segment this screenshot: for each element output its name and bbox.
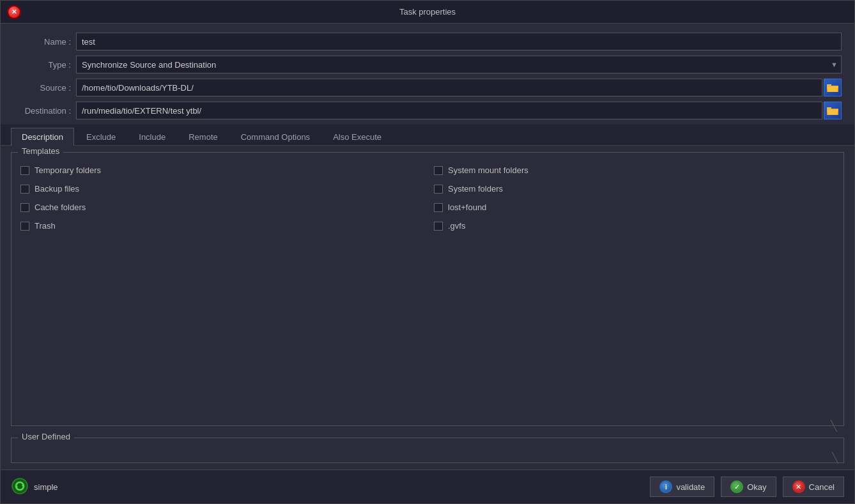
- type-select[interactable]: Synchronize Source and Destination Copy …: [76, 56, 842, 73]
- bottom-right: i validate ✓ Okay ✕ Cancel: [650, 477, 844, 497]
- name-row: Name :: [13, 33, 842, 50]
- bottom-left: simple: [11, 477, 58, 497]
- checkbox-label-trash: Trash: [35, 221, 56, 231]
- checkbox-label-gvfs: .gvfs: [448, 221, 465, 231]
- templates-corner-decoration: ╲: [831, 420, 837, 432]
- name-label: Name :: [13, 37, 71, 47]
- dialog-window: ✕ Task properties Name : Type : Synchron…: [0, 0, 855, 504]
- tab-also-execute[interactable]: Also Execute: [322, 128, 392, 146]
- destination-row: Destination :: [13, 102, 842, 119]
- checkbox-cache-folders[interactable]: [20, 203, 29, 212]
- tab-exclude[interactable]: Exclude: [75, 128, 127, 146]
- close-button[interactable]: ✕: [7, 5, 21, 19]
- checkbox-backup-files[interactable]: [20, 185, 29, 194]
- bottom-bar: simple i validate ✓ Okay ✕ Cancel: [1, 470, 854, 503]
- okay-label: Okay: [747, 482, 766, 492]
- validate-button[interactable]: i validate: [650, 477, 714, 497]
- checkbox-item-system-folders[interactable]: System folders: [434, 184, 835, 194]
- checkbox-system-mount-folders[interactable]: [434, 166, 443, 175]
- mode-icon: [11, 477, 29, 497]
- destination-folder-icon: [827, 106, 838, 115]
- source-row: Source :: [13, 79, 842, 96]
- checkbox-item-temporary-folders[interactable]: Temporary folders: [20, 165, 421, 175]
- checkbox-lost-found[interactable]: [434, 203, 443, 212]
- type-label: Type :: [13, 60, 71, 70]
- okay-button[interactable]: ✓ Okay: [721, 477, 776, 497]
- form-area: Name : Type : Synchronize Source and Des…: [1, 24, 854, 125]
- user-defined-group: User Defined ╲: [11, 438, 844, 463]
- checkbox-label-system-folders: System folders: [448, 184, 503, 194]
- user-defined-title: User Defined: [18, 432, 74, 441]
- checkbox-label-backup-files: Backup files: [35, 184, 79, 194]
- source-input[interactable]: [76, 79, 822, 96]
- checkbox-label-temporary-folders: Temporary folders: [35, 165, 101, 175]
- okay-icon: ✓: [730, 480, 743, 493]
- checkbox-item-gvfs[interactable]: .gvfs: [434, 221, 835, 231]
- tab-include[interactable]: Include: [128, 128, 176, 146]
- destination-input[interactable]: [76, 102, 822, 119]
- svg-point-6: [12, 478, 27, 494]
- destination-input-wrapper: [76, 102, 842, 119]
- cancel-label: Cancel: [809, 482, 835, 492]
- checkbox-item-cache-folders[interactable]: Cache folders: [20, 202, 421, 212]
- tab-command-options[interactable]: Command Options: [230, 128, 321, 146]
- user-defined-corner-decoration: ╲: [832, 452, 838, 464]
- destination-label: Destination :: [13, 106, 71, 116]
- checkbox-label-system-mount-folders: System mount folders: [448, 165, 528, 175]
- source-label: Source :: [13, 83, 71, 93]
- type-row: Type : Synchronize Source and Destinatio…: [13, 56, 842, 73]
- templates-title: Templates: [18, 146, 63, 156]
- checkbox-label-cache-folders: Cache folders: [35, 202, 86, 212]
- checkbox-label-lost-found: lost+found: [448, 202, 486, 212]
- templates-group: Templates Temporary folders System mount…: [11, 152, 844, 426]
- refresh-icon: [11, 477, 29, 495]
- destination-browse-button[interactable]: [824, 102, 842, 119]
- title-bar: ✕ Task properties: [1, 1, 854, 24]
- checkbox-trash[interactable]: [20, 222, 29, 231]
- tabs-bar: Description Exclude Include Remote Comma…: [1, 125, 854, 146]
- checkbox-item-lost-found[interactable]: lost+found: [434, 202, 835, 212]
- source-input-wrapper: [76, 79, 842, 96]
- validate-icon: i: [659, 480, 672, 493]
- cancel-button[interactable]: ✕ Cancel: [783, 477, 844, 497]
- tab-remote[interactable]: Remote: [178, 128, 229, 146]
- checkbox-item-backup-files[interactable]: Backup files: [20, 184, 421, 194]
- name-input[interactable]: [76, 33, 842, 50]
- content-area: Templates Temporary folders System mount…: [1, 146, 854, 470]
- checkbox-item-system-mount-folders[interactable]: System mount folders: [434, 165, 835, 175]
- cancel-icon: ✕: [792, 480, 805, 493]
- source-browse-button[interactable]: [824, 79, 842, 96]
- type-select-wrapper: Synchronize Source and Destination Copy …: [76, 56, 842, 73]
- checkbox-system-folders[interactable]: [434, 185, 443, 194]
- checkbox-temporary-folders[interactable]: [20, 166, 29, 175]
- window-title: Task properties: [399, 7, 456, 17]
- checkbox-gvfs[interactable]: [434, 222, 443, 231]
- validate-label: validate: [676, 482, 705, 492]
- tab-description[interactable]: Description: [11, 128, 74, 146]
- mode-label: simple: [34, 482, 58, 492]
- checkbox-item-trash[interactable]: Trash: [20, 221, 421, 231]
- source-folder-icon: [827, 83, 838, 92]
- templates-checkbox-grid: Temporary folders System mount folders B…: [20, 163, 835, 231]
